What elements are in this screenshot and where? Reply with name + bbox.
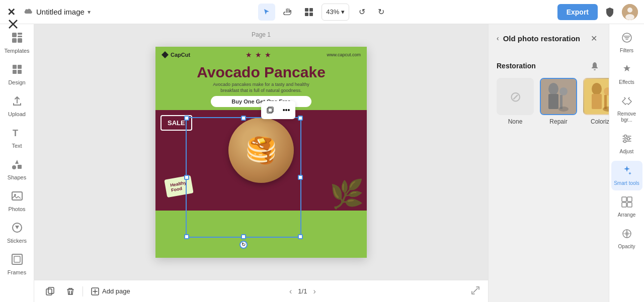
stars-row: ★ ★ ★ [246,51,271,59]
panel-header: ‹ Old photo restoration ✕ [489,24,609,53]
resto-label-colorize: Colorize [591,118,609,125]
design-canvas[interactable]: CapCut ★ ★ ★ www.capcut.com Avocado Panc… [155,47,367,258]
tool-item-remove-bg[interactable]: Remove bgr... [611,91,642,127]
zoom-control[interactable]: 43% ▾ [321,4,349,21]
resto-option-none[interactable]: ⊘ None [497,78,534,125]
tool-item-filters[interactable]: Filters [611,28,642,58]
tool-item-opacity[interactable]: Opacity [611,224,642,254]
stickers-icon [12,222,23,236]
svg-rect-11 [18,36,22,37]
rotate-handle[interactable]: ↻ [239,241,248,249]
handle-bottom-mid[interactable] [241,234,246,239]
sidebar-item-stickers[interactable]: Stickers [3,218,32,248]
float-copy-button[interactable] [263,103,277,117]
zoom-level: 43% [326,8,339,16]
svg-point-7 [627,8,632,13]
title-chevron-icon: ▾ [88,9,91,16]
svg-rect-19 [18,165,22,169]
tool-item-adjust[interactable]: Adjust [611,129,642,159]
tool-item-smart-tools[interactable]: Smart tools [611,161,642,190]
handle-bottom-right[interactable] [298,234,303,239]
resto-label-none: None [508,118,523,125]
select-tool-button[interactable] [258,4,275,21]
sidebar-item-design[interactable]: Design [3,60,32,89]
food-emoji: 🥞 [246,136,277,165]
sidebar-item-templates[interactable]: Templates [3,28,32,58]
svg-rect-51 [627,203,632,207]
hand-tool-button[interactable] [279,4,296,21]
undo-button[interactable]: ↺ [353,4,370,21]
panel-close-button[interactable]: ✕ [587,31,601,45]
sidebar-item-frames[interactable]: Frames [3,250,32,279]
capcut-text: CapCut [171,52,190,58]
prev-page-button[interactable]: ‹ [287,285,294,298]
svg-point-39 [592,83,602,95]
back-arrow-icon: ‹ [497,34,499,42]
remove-bg-icon [621,95,632,109]
sidebar-item-shapes[interactable]: Shapes [3,155,32,184]
sidebar-item-upload-label: Upload [8,111,26,117]
sidebar-item-templates-label: Templates [4,48,29,54]
section-title: Restoration [497,62,536,70]
svg-rect-14 [13,65,17,69]
duplicate-page-button[interactable] [42,283,58,299]
handle-bottom-left[interactable] [184,234,189,239]
canvas-wrapper[interactable]: CapCut ★ ★ ★ www.capcut.com Avocado Panc… [34,24,488,280]
tool-item-effects[interactable]: Effects [611,60,642,89]
svg-point-45 [624,135,626,138]
sidebar-item-text-label: Text [12,143,22,149]
resto-option-repair[interactable]: Repair [540,78,577,125]
undo-redo-group: ↺ ↻ [353,4,389,21]
svg-rect-30 [48,287,54,293]
resto-option-colorize[interactable]: Colorize [583,78,609,125]
export-button[interactable]: Export [557,4,598,20]
add-page-button[interactable]: Add page [87,285,134,297]
topbar-center: 43% ▾ ↺ ↻ [95,4,553,21]
section-header: Restoration [497,60,601,72]
photos-icon [12,190,23,204]
next-page-button[interactable]: › [311,285,317,298]
bottom-divider [83,286,83,296]
svg-rect-16 [13,70,17,74]
layout-tool-button[interactable] [300,4,317,21]
sidebar-item-text[interactable]: T Text [3,123,32,153]
logo-button[interactable] [6,5,20,19]
redo-button[interactable]: ↻ [372,4,389,21]
restoration-section: Restoration ⊘ None [489,53,609,132]
canvas-header: CapCut ★ ★ ★ www.capcut.com [155,47,367,63]
svg-point-47 [623,140,626,143]
star-2: ★ [255,51,262,59]
svg-rect-25 [14,256,20,262]
panel-back-button[interactable]: ‹ Old photo restoration [497,34,580,43]
info-button[interactable] [589,60,601,72]
svg-rect-2 [305,8,308,12]
svg-rect-9 [12,33,17,37]
bottom-bar: Add page ‹ 1/1 › [34,280,488,302]
float-more-button[interactable]: ••• [279,103,293,117]
shapes-icon [12,159,23,172]
tool-item-arrange[interactable]: Arrange [611,192,642,222]
templates-icon [12,32,23,46]
svg-point-46 [627,138,629,140]
svg-rect-15 [18,65,22,69]
topbar-right: Export [557,4,638,20]
expand-button[interactable] [471,286,480,297]
canvas-area: Page 1 CapCut ★ ★ ★ www.capcut.com [34,24,488,302]
title-area[interactable]: Untitled image ▾ [24,8,91,17]
sidebar-item-photos[interactable]: Photos [3,186,32,216]
shield-button[interactable] [602,4,618,20]
delete-page-button[interactable] [62,283,78,299]
bottom-center-nav: ‹ 1/1 › [287,285,318,298]
adjust-label: Adjust [620,149,634,155]
svg-rect-4 [305,13,308,16]
sidebar-item-upload[interactable]: Upload [3,91,32,121]
sidebar-item-frames-label: Frames [8,269,26,275]
svg-point-20 [12,165,16,169]
page-title: Untitled image [36,8,85,16]
leaf-decoration: 🌿 [330,178,364,211]
smart-tools-icon [621,165,632,178]
topbar: Untitled image ▾ 43% ▾ ↺ ↻ Export [0,0,644,24]
sidebar-item-stickers-label: Stickers [7,238,27,244]
avatar[interactable] [622,4,638,20]
sidebar-item-photos-label: Photos [8,206,25,212]
